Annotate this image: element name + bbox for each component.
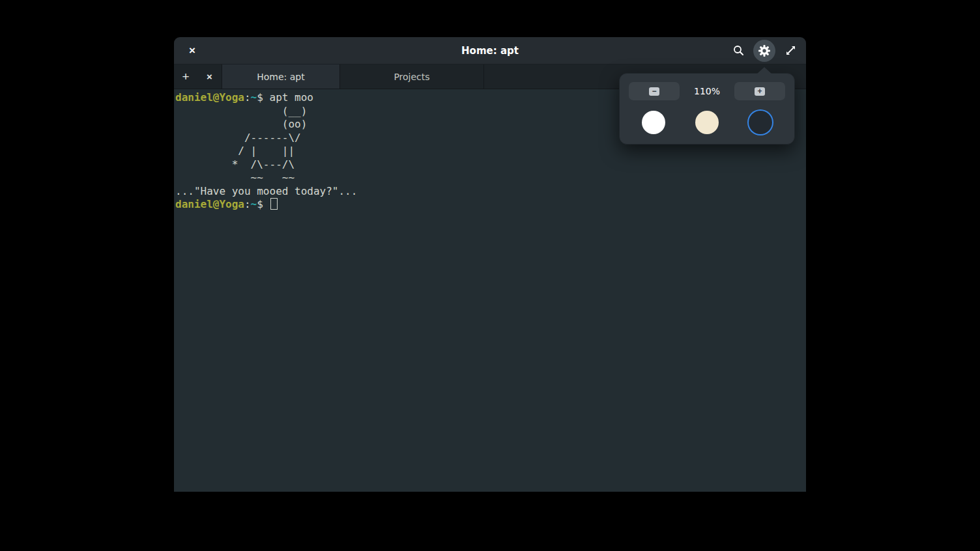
zoom-out-icon: − [649,87,659,96]
popover-arrow [757,67,771,74]
moo-message: ..."Have you mooed today?"... [175,185,806,199]
tab-home-apt[interactable]: Home: apt [222,64,340,89]
zoom-in-button[interactable]: + [734,82,785,100]
prompt-user: daniel@Yoga [175,198,244,210]
terminal-cursor [270,198,278,210]
close-tab-button[interactable]: × [197,64,222,89]
prompt-line-2: daniel@Yoga:~$ [175,198,806,212]
zoom-in-icon: + [755,87,765,96]
prompt-separator: : [244,91,251,104]
gear-icon [758,44,771,57]
tab-projects[interactable]: Projects [340,64,484,89]
zoom-out-button[interactable]: − [629,82,680,100]
tab-label: Projects [394,72,429,82]
prompt-symbol: $ [257,198,269,210]
tab-label: Home: apt [257,72,304,82]
settings-button[interactable] [753,40,775,62]
theme-option-dark[interactable] [749,111,772,134]
new-tab-button[interactable]: + [174,64,197,89]
window-header: × Home: apt [174,37,806,64]
window-title: Home: apt [174,45,806,57]
search-icon [732,44,745,57]
theme-option-light[interactable] [642,111,665,134]
theme-option-sepia[interactable] [695,111,719,134]
command-text: apt moo [270,91,313,104]
fullscreen-button[interactable] [780,40,801,61]
prompt-path: ~ [251,198,257,210]
theme-selector [629,111,785,134]
terminal-area[interactable]: daniel@Yoga:~$ apt moo (__) (oo) /------… [174,89,806,492]
prompt-symbol: $ [257,91,269,104]
prompt-separator: : [244,198,251,210]
search-button[interactable] [728,40,749,61]
prompt-user: daniel@Yoga [175,91,244,104]
fullscreen-icon [785,44,797,57]
prompt-path: ~ [251,91,257,104]
header-actions [728,40,801,62]
window-close-button[interactable]: × [182,40,203,61]
zoom-controls: − 110% + [629,82,785,100]
zoom-level: 110% [680,86,734,96]
settings-popover: − 110% + [619,73,795,145]
